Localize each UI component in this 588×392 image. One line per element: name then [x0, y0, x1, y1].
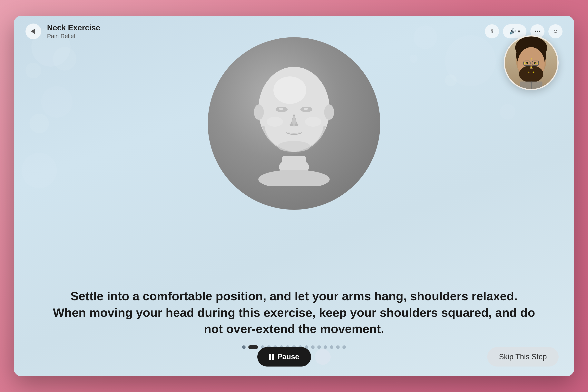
pause-button[interactable]: Pause [257, 347, 311, 366]
avatar-circle [208, 37, 380, 210]
svg-point-16 [524, 62, 525, 64]
exercise-subtitle: Pain Relief [47, 33, 485, 40]
svg-point-35 [266, 117, 283, 126]
pause-label: Pause [277, 352, 299, 361]
circle-control-button[interactable] [315, 349, 331, 365]
svg-point-23 [258, 170, 330, 186]
back-button[interactable] [26, 24, 41, 39]
instruction-text: Settle into a comfortable position, and … [53, 288, 535, 337]
avatar-container [206, 35, 382, 212]
svg-point-17 [538, 62, 538, 64]
pause-bar-2 [272, 354, 274, 360]
skip-button[interactable]: Skip This Step [487, 347, 558, 366]
svg-point-31 [294, 123, 298, 126]
title-group: Neck Exercise Pain Relief [47, 23, 485, 40]
svg-point-29 [304, 108, 308, 110]
svg-point-34 [324, 104, 334, 120]
svg-point-25 [274, 76, 306, 104]
svg-point-33 [254, 104, 264, 120]
svg-point-18 [530, 58, 532, 60]
app-window: Neck Exercise Pain Relief ℹ 🔊 ▾ ••• ☺ [14, 16, 574, 376]
svg-point-30 [290, 123, 294, 126]
pause-icon [269, 354, 274, 360]
camera-face-svg [505, 35, 558, 90]
info-button[interactable]: ℹ [485, 24, 499, 38]
back-icon [31, 28, 35, 34]
camera-preview [504, 35, 558, 90]
more-icon: ••• [534, 28, 540, 34]
svg-point-28 [279, 108, 283, 110]
svg-point-14 [528, 72, 530, 73]
3d-head-svg [235, 49, 353, 186]
skip-label: Skip This Step [499, 352, 547, 361]
instruction-area: Settle into a comfortable position, and … [14, 288, 574, 337]
exercise-title: Neck Exercise [47, 23, 485, 32]
camera-face [505, 36, 558, 89]
emoji-icon: ☺ [553, 28, 558, 34]
svg-point-36 [305, 117, 322, 126]
info-icon: ℹ [491, 28, 493, 35]
header: Neck Exercise Pain Relief ℹ 🔊 ▾ ••• ☺ [14, 16, 574, 47]
svg-point-11 [526, 62, 528, 64]
pause-bar-1 [269, 354, 271, 360]
volume-icon: 🔊 [509, 28, 516, 35]
svg-point-12 [535, 62, 536, 64]
svg-point-15 [533, 72, 534, 73]
svg-point-13 [530, 67, 532, 68]
chevron-down-icon: ▾ [518, 28, 520, 35]
